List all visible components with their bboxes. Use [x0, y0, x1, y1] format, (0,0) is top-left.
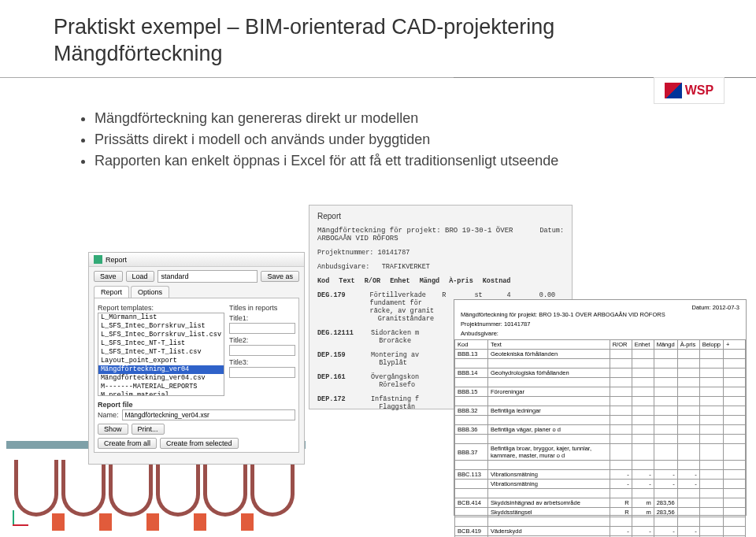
bullet-2: Prissätts direkt i modell och används un… [94, 131, 558, 148]
excel-header: Belopp [699, 340, 723, 350]
name-label: Name: [98, 411, 119, 419]
logo-flag-icon [665, 83, 682, 98]
excel-row: BBC.113Vibrationsmätning---- [455, 470, 746, 480]
excel-header: Text [488, 340, 610, 350]
save-as-button[interactable]: Save as [261, 271, 299, 282]
template-item[interactable]: L_Mürmann_list [98, 313, 224, 322]
anbud-value: TRAFIKVERKET [382, 263, 430, 271]
tab-report[interactable]: Report [94, 286, 129, 298]
bridge-arch [156, 460, 200, 517]
excel-header: R/OR [610, 340, 632, 350]
datum-label: Datum: [539, 227, 564, 243]
create-from-selected-button[interactable]: Create from selected [160, 438, 239, 449]
template-item[interactable]: Layout_point_export [98, 357, 224, 365]
excel-subrow: Vibrationsmätning---- [455, 480, 746, 489]
excel-header: Mängd [654, 340, 677, 350]
titles-label: Titles in reports [229, 304, 295, 312]
report-column-headers: KodTextR/OREnhetMängdÀ-prisKostnad [317, 277, 564, 285]
projnr-label: Projektnummer: [317, 249, 373, 257]
report-project-heading: Mängdförteckning för projekt: BRO 19-30-… [317, 227, 539, 243]
template-item[interactable]: L_SFS_Intec_NT-T_list [98, 339, 224, 348]
excel-row: BBB.14Geohydrologiska förhållanden [455, 368, 746, 378]
bridge-arch [61, 460, 106, 517]
column-header: À-pris [449, 277, 473, 285]
excel-heading: Mängdförteckning för projekt: BRO 19-30-… [461, 311, 739, 318]
load-button[interactable]: Load [126, 271, 154, 282]
slide: Praktiskt exempel – BIM-orienterad CAD-p… [0, 0, 756, 537]
excel-date-label: Datum: [692, 304, 711, 311]
excel-anbud-label: Anbudsgivare: [461, 330, 739, 337]
excel-row: BCB.414Skyddsinhägnad av arbetsområdeRm2… [455, 498, 746, 508]
title-block: Praktiskt exempel – BIM-orienterad CAD-p… [54, 14, 554, 68]
title3-label: Title3: [229, 358, 295, 366]
excel-row: BBB.37Befintliga broar, bryggor, kajer, … [455, 444, 746, 461]
excel-date: 2012-07-3 [713, 304, 739, 311]
bullet-list: Mängdförteckning kan genereras direkt ur… [94, 110, 558, 174]
title1-input[interactable] [229, 323, 295, 334]
dialog-title: Report [106, 256, 127, 264]
print-button[interactable]: Print... [132, 424, 165, 435]
excel-header: À-pris [677, 340, 699, 350]
bridge-pier [52, 513, 65, 531]
logo-text: WSP [685, 83, 713, 98]
bridge-pier [146, 513, 159, 531]
template-item[interactable]: Mängdförteckning_ver04.csv [98, 374, 224, 383]
anbud-label: Anbudsgivare: [317, 263, 369, 271]
title2-label: Title2: [229, 336, 295, 344]
name-input[interactable] [122, 409, 295, 420]
save-button[interactable]: Save [94, 271, 123, 282]
preset-combo[interactable] [158, 270, 258, 283]
bridge-arch [250, 460, 295, 517]
excel-projnr-label: Projektnummer: [461, 320, 502, 328]
wsp-logo: WSP [654, 77, 724, 104]
bridge-pier [194, 513, 206, 531]
report-icon [94, 255, 102, 264]
plain-report-heading: Report [317, 212, 564, 220]
template-item[interactable]: M_prelim_material [98, 391, 224, 396]
template-item[interactable]: L_SFS_Intec_NT-T_list.csv [98, 348, 224, 357]
report-dialog: Report Save Load Save as Report Options … [88, 252, 305, 465]
templates-listbox[interactable]: L_Mürmann_listL_SFS_Intec_Borrskruv_list… [98, 313, 224, 396]
bridge-pier [241, 513, 254, 531]
bridge-arch [203, 460, 247, 517]
dialog-titlebar: Report [89, 253, 304, 267]
report-file-label: Report file [98, 401, 295, 409]
title1-label: Title1: [229, 314, 295, 322]
excel-row: BCB.419Väderskydd---- [455, 527, 746, 536]
excel-subrow: SkyddsstängselRm283,56 [455, 508, 746, 517]
excel-row: BBB.32Befintliga ledningar [455, 406, 746, 416]
excel-row: BBB.15Föroreningar [455, 387, 746, 397]
template-item[interactable]: L_SFS_Intec_Borrskruv_list [98, 322, 224, 331]
column-header: Enhet [390, 277, 410, 285]
title-line-1: Praktiskt exempel – BIM-orienterad CAD-p… [54, 15, 554, 39]
title-line-2: Mängdförteckning [54, 42, 223, 65]
column-header: R/OR [365, 277, 380, 285]
templates-label: Report templates: [98, 304, 224, 312]
excel-row: BBB.36Befintliga vägar, planer o d [455, 425, 746, 435]
excel-preview: Datum: 2012-07-3 Mängdförteckning för pr… [454, 299, 747, 516]
bullet-1: Mängdförteckning kan genereras direkt ur… [94, 110, 558, 127]
title2-input[interactable] [229, 345, 295, 356]
excel-table: KodTextR/OREnhetMängdÀ-prisBelopp+ BBB.1… [454, 339, 746, 537]
template-item[interactable]: M-------MATERIAL_REPORTS [98, 383, 224, 391]
projnr-value: 10141787 [378, 249, 410, 257]
column-header: Mängd [420, 277, 440, 285]
tab-options[interactable]: Options [131, 286, 169, 298]
column-header: Kostnad [483, 277, 511, 285]
bridge-pier [99, 513, 112, 531]
template-item[interactable]: Mängdförteckning_ver04 [98, 365, 224, 374]
excel-row: BBB.13Geotekniska förhållanden [455, 350, 746, 359]
column-header: Kod [317, 277, 329, 285]
create-from-all-button[interactable]: Create from all [98, 438, 157, 449]
title3-input[interactable] [229, 367, 295, 378]
show-button[interactable]: Show [98, 424, 128, 435]
axis-gizmo-icon [8, 509, 28, 529]
bullet-3: Rapporten kan enkelt öppnas i Excel för … [94, 153, 558, 169]
excel-projnr: 10141787 [504, 320, 530, 328]
excel-header: Enhet [632, 340, 654, 350]
horizontal-rule [0, 77, 756, 78]
excel-header: Kod [455, 340, 488, 350]
template-item[interactable]: L_SFS_Intec_Borrskruv_list.csv [98, 331, 224, 339]
column-header: Text [339, 277, 354, 285]
bridge-arch [109, 460, 153, 517]
